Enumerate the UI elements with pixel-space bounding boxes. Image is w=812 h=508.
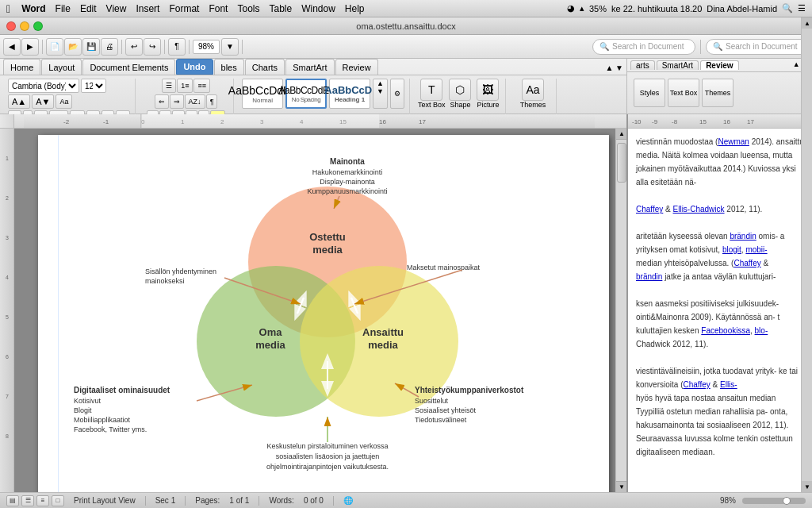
right-scrollbar[interactable]: ▲ ▼ [801,114,812,492]
link1[interactable]: Newman [718,137,749,146]
draft-view-btn[interactable]: ≡ [36,495,49,506]
picture-button[interactable]: 🖼 Picture [475,79,500,109]
styles-arrow-button[interactable]: ▲▼ [373,79,388,109]
link12[interactable]: Ellis- [720,380,737,389]
link5[interactable]: blogit [722,245,741,254]
tab-smartart[interactable]: SmartArt [285,59,334,75]
right-ruler: -10 -9 -8 15 16 17 [628,114,812,129]
link6[interactable]: mobii- [745,245,767,254]
link8[interactable]: brändin [636,272,662,281]
print-button[interactable]: 🖨 [101,38,118,56]
right-text-para4: ksen aasmeksi positiiviseksi julkisuudek… [636,297,804,351]
insert-menu[interactable]: Insert [136,3,159,14]
link3[interactable]: Ellis-Chadwick [673,205,725,214]
search-icon: 🔍 [782,3,793,13]
link7[interactable]: Chaffey [733,259,760,267]
minimize-button[interactable] [20,21,29,31]
print-layout-btn[interactable]: ▤ [6,495,19,506]
clear-format-button[interactable]: Aa [56,94,72,109]
svg-text:6: 6 [6,354,9,360]
scroll-down-arrow[interactable]: ▼ [616,481,626,492]
view-menu[interactable]: View [106,3,127,14]
outline-view-btn[interactable]: ☰ [21,495,34,506]
link9[interactable]: Facebookissa [701,326,750,335]
right-tab-smartart[interactable]: SmartArt [657,60,699,70]
help-menu[interactable]: Help [345,3,365,14]
language-icon: 🌐 [343,496,353,505]
style-heading1[interactable]: AaBbCcDi Heading 1 [329,79,370,109]
numbering-button[interactable]: 1≡ [177,79,193,93]
forward-button[interactable]: ▶ [21,38,39,56]
search-left[interactable]: 🔍 Search in Document [592,39,695,55]
right-scroll-down[interactable]: ▼ [802,481,812,492]
new-button[interactable]: 📄 [46,38,63,56]
bullets-button[interactable]: ☰ [162,79,176,93]
datetime: ke 22. huhtikuuta 18.20 [611,4,702,13]
tools-menu[interactable]: Tools [237,3,259,14]
sort-button[interactable]: AZ↓ [185,94,205,109]
maximize-button[interactable] [33,21,43,31]
link10[interactable]: blo- [755,326,768,335]
apple-menu[interactable]:  [6,2,10,15]
back-button[interactable]: ◀ [3,38,21,56]
shrink-font-button[interactable]: A▼ [32,94,54,109]
themes-button[interactable]: Aa Themes [520,79,546,109]
scroll-up-arrow[interactable]: ▲ [616,129,626,140]
redo-button[interactable]: ↪ [144,38,161,56]
link2[interactable]: Chaffey [636,205,663,214]
word-menu[interactable]: Word [21,3,45,14]
para-mark-button[interactable]: ¶ [206,94,218,109]
right-tab-review[interactable]: Review [700,60,738,70]
ribbon-expand[interactable]: ▲ ▼ [605,64,623,75]
tab-undo[interactable]: Undo [176,59,213,75]
font-menu[interactable]: Font [209,3,228,14]
undo-button[interactable]: ↩ [125,38,143,56]
tab-layout[interactable]: Layout [41,59,82,75]
right-tab-arts[interactable]: arts [630,60,655,70]
svg-text:Digitaaliset ominaisuudet: Digitaaliset ominaisuudet [74,386,170,394]
style-no-spacing[interactable]: AaBbCcDdEe No Spacing [285,79,327,109]
tab-document-elements[interactable]: Document Elements [82,59,175,75]
grow-font-button[interactable]: A▲ [8,94,30,109]
scroll-thumb[interactable] [617,143,626,183]
edit-menu[interactable]: Edit [80,3,97,14]
tab-charts[interactable]: Charts [245,59,285,75]
window-menu[interactable]: Window [301,3,335,14]
tab-review[interactable]: Review [335,59,378,75]
zoom-thumb[interactable] [783,497,791,505]
styles-more-button[interactable]: ⚙ [390,79,404,109]
sec-label: Sec 1 [155,496,176,505]
multilevel-button[interactable]: ≡≡ [193,79,210,93]
link11[interactable]: Chaffey [683,380,710,389]
focus-view-btn[interactable]: □ [52,495,64,506]
style-normal[interactable]: AaBbCcDdEe Normal [242,79,283,109]
open-button[interactable]: 📂 [64,38,82,56]
svg-text:Kumppanuusmarkkinointi: Kumppanuusmarkkinointi [307,187,387,195]
indent-inc-button[interactable]: ⇒ [170,94,184,109]
tab-bles[interactable]: bles [214,59,244,75]
table-menu[interactable]: Table [269,3,292,14]
indent-dec-button[interactable]: ⇐ [155,94,169,109]
svg-text:-8: -8 [672,118,678,125]
font-name-select[interactable]: Cambria (Body) [8,79,79,93]
font-size-select[interactable]: 12 [81,79,106,93]
tab-home[interactable]: Home [3,59,40,75]
svg-text:17: 17 [419,118,426,125]
textbox-button[interactable]: T Text Box [418,79,446,109]
paragraph-mark-button[interactable]: ¶ [168,38,186,56]
shape-button[interactable]: ⬡ Shape [447,79,473,109]
right-themes-btn[interactable]: Themes [702,79,733,107]
zoom-slider[interactable] [742,498,806,504]
svg-text:7: 7 [6,394,9,399]
close-button[interactable] [6,21,16,31]
format-menu[interactable]: Format [169,3,199,14]
file-menu[interactable]: File [56,3,71,14]
right-style-btn1[interactable]: Styles [634,79,665,107]
document-scroll[interactable]: 1 2 3 4 5 6 7 8 [0,129,626,492]
link4[interactable]: brändin [730,232,756,241]
save-button[interactable]: 💾 [82,38,100,56]
zoom-dropdown[interactable]: ▼ [221,38,239,56]
scrollbar[interactable]: ▲ ▼ [615,129,626,492]
right-textbox-btn[interactable]: Text Box [668,79,699,107]
search-right[interactable]: 🔍 Search in Document [706,39,809,55]
